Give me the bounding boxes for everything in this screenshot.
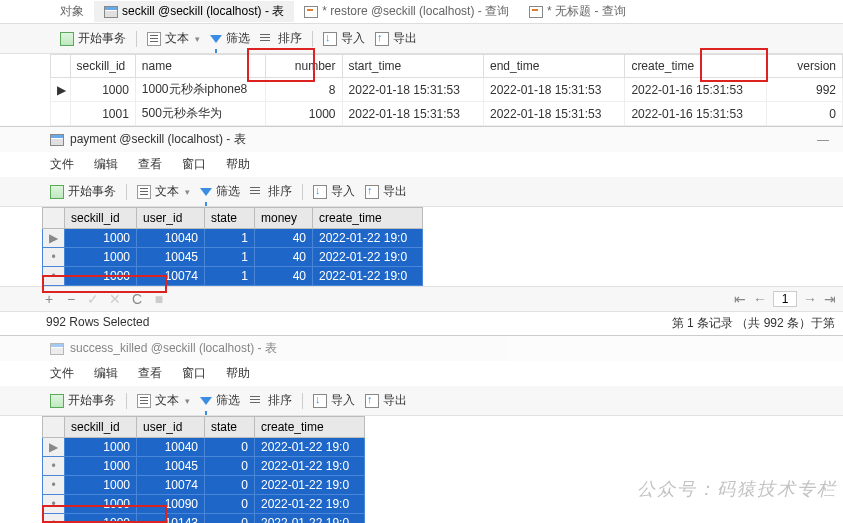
col-start-time[interactable]: start_time	[342, 55, 483, 78]
cell[interactable]: 1000	[266, 102, 342, 126]
tab-restore[interactable]: * restore @seckill (localhost) - 查询	[294, 1, 519, 22]
col-number[interactable]: number	[266, 55, 342, 78]
col-create-time[interactable]: create_time	[625, 55, 766, 78]
text-view-button[interactable]: 文本	[137, 183, 190, 200]
cell[interactable]: 40	[255, 248, 313, 267]
menu-view[interactable]: 查看	[138, 156, 162, 173]
menu-view[interactable]: 查看	[138, 365, 162, 382]
sort-button[interactable]: 排序	[260, 30, 302, 47]
import-button[interactable]: 导入	[313, 183, 355, 200]
cell[interactable]: 10074	[137, 476, 205, 495]
cell[interactable]: 1000	[65, 248, 137, 267]
col-user-id[interactable]: user_id	[137, 208, 205, 229]
cell[interactable]: 40	[255, 229, 313, 248]
cell[interactable]: 0	[205, 476, 255, 495]
cell[interactable]: 10040	[137, 438, 205, 457]
cell[interactable]: 10143	[137, 514, 205, 524]
table-row[interactable]: •10001007402022-01-22 19:0	[43, 476, 365, 495]
cell[interactable]: 500元秒杀华为	[135, 102, 266, 126]
cell[interactable]: 1000	[65, 514, 137, 524]
cell[interactable]: 2022-01-22 19:0	[255, 457, 365, 476]
begin-transaction-button[interactable]: 开始事务	[60, 30, 126, 47]
cell[interactable]: 1000	[65, 438, 137, 457]
prev-page-button[interactable]: ←	[753, 292, 767, 306]
text-view-button[interactable]: 文本	[137, 392, 190, 409]
cell[interactable]: 10045	[137, 248, 205, 267]
cell[interactable]: 1	[205, 248, 255, 267]
menu-edit[interactable]: 编辑	[94, 156, 118, 173]
cell[interactable]: 2022-01-18 15:31:53	[483, 102, 624, 126]
cell[interactable]: 1000	[65, 267, 137, 286]
cell[interactable]: 2022-01-16 15:31:53	[625, 102, 766, 126]
cell[interactable]: 1000	[65, 476, 137, 495]
cell[interactable]: 1	[205, 229, 255, 248]
col-user-id[interactable]: user_id	[137, 417, 205, 438]
table-row[interactable]: •10001004502022-01-22 19:0	[43, 457, 365, 476]
begin-transaction-button[interactable]: 开始事务	[50, 392, 116, 409]
filter-button[interactable]: 筛选	[200, 392, 240, 409]
menu-file[interactable]: 文件	[50, 156, 74, 173]
import-button[interactable]: 导入	[323, 30, 365, 47]
cell[interactable]: 2022-01-18 15:31:53	[342, 102, 483, 126]
tab-seckill[interactable]: seckill @seckill (localhost) - 表	[94, 1, 294, 22]
table-row[interactable]: ▶1000100401402022-01-22 19:0	[43, 229, 423, 248]
cell[interactable]: 1000	[70, 78, 135, 102]
table-row[interactable]: ▶ 1000 1000元秒杀iphone8 8 2022-01-18 15:31…	[51, 78, 843, 102]
success-killed-grid[interactable]: seckill_id user_id state create_time ▶10…	[42, 416, 365, 523]
sort-button[interactable]: 排序	[250, 392, 292, 409]
refresh-button[interactable]: C	[130, 292, 144, 306]
col-end-time[interactable]: end_time	[483, 55, 624, 78]
cell[interactable]: 2022-01-22 19:0	[255, 514, 365, 524]
table-row[interactable]: •10001009002022-01-22 19:0	[43, 495, 365, 514]
begin-transaction-button[interactable]: 开始事务	[50, 183, 116, 200]
export-button[interactable]: 导出	[365, 183, 407, 200]
menu-edit[interactable]: 编辑	[94, 365, 118, 382]
cell[interactable]: 10045	[137, 457, 205, 476]
cell[interactable]: 0	[205, 495, 255, 514]
cell[interactable]: 1001	[70, 102, 135, 126]
menu-help[interactable]: 帮助	[226, 156, 250, 173]
cell[interactable]: 10090	[137, 495, 205, 514]
cell[interactable]: 40	[255, 267, 313, 286]
table-row[interactable]: •1000100741402022-01-22 19:0	[43, 267, 423, 286]
cell[interactable]: 1000	[65, 457, 137, 476]
add-row-button[interactable]: +	[42, 292, 56, 306]
text-view-button[interactable]: 文本	[147, 30, 200, 47]
cell[interactable]: 992	[766, 78, 842, 102]
filter-button[interactable]: 筛选	[200, 183, 240, 200]
next-page-button[interactable]: →	[803, 292, 817, 306]
table-row[interactable]: 1001 500元秒杀华为 1000 2022-01-18 15:31:53 2…	[51, 102, 843, 126]
col-seckill-id[interactable]: seckill_id	[65, 208, 137, 229]
cell[interactable]: 2022-01-22 19:0	[313, 229, 423, 248]
page-input[interactable]	[773, 291, 797, 307]
col-state[interactable]: state	[205, 417, 255, 438]
col-create-time[interactable]: create_time	[313, 208, 423, 229]
table-row[interactable]: ▶10001004002022-01-22 19:0	[43, 438, 365, 457]
export-button[interactable]: 导出	[375, 30, 417, 47]
cell[interactable]: 2022-01-22 19:0	[255, 438, 365, 457]
export-button[interactable]: 导出	[365, 392, 407, 409]
cell[interactable]: 2022-01-22 19:0	[255, 495, 365, 514]
col-create-time[interactable]: create_time	[255, 417, 365, 438]
filter-button[interactable]: 筛选	[210, 30, 250, 47]
cell[interactable]: 1	[205, 267, 255, 286]
cell[interactable]: 0	[205, 438, 255, 457]
menu-help[interactable]: 帮助	[226, 365, 250, 382]
sort-button[interactable]: 排序	[250, 183, 292, 200]
col-money[interactable]: money	[255, 208, 313, 229]
payment-grid[interactable]: seckill_id user_id state money create_ti…	[42, 207, 423, 286]
stop-button[interactable]: ■	[152, 292, 166, 306]
cell[interactable]: 10040	[137, 229, 205, 248]
cell[interactable]: 1000元秒杀iphone8	[135, 78, 266, 102]
tab-objects[interactable]: 对象	[0, 1, 94, 22]
minimize-button[interactable]: —	[817, 133, 829, 147]
cell[interactable]: 2022-01-22 19:0	[313, 267, 423, 286]
last-page-button[interactable]: ⇥	[823, 292, 837, 306]
table-row[interactable]: •10001014302022-01-22 19:0	[43, 514, 365, 524]
commit-button[interactable]: ✓	[86, 292, 100, 306]
cell[interactable]: 2022-01-22 19:0	[313, 248, 423, 267]
col-seckill-id[interactable]: seckill_id	[65, 417, 137, 438]
col-state[interactable]: state	[205, 208, 255, 229]
cell[interactable]: 0	[205, 457, 255, 476]
cell[interactable]: 8	[266, 78, 342, 102]
